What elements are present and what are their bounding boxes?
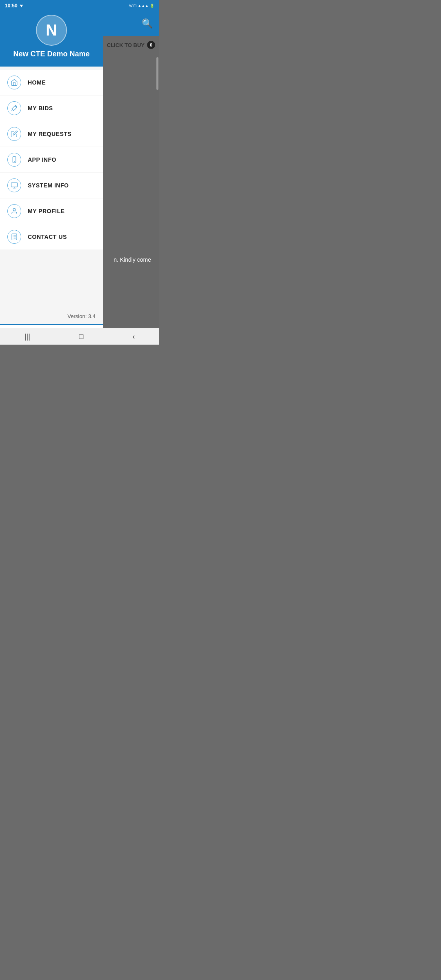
sidebar-item-home-label: HOME [28, 79, 46, 86]
battery-icon: 🔋 [150, 4, 154, 8]
search-icon[interactable]: 🔍 [142, 18, 153, 29]
app-info-icon-circle [7, 153, 21, 167]
bids-icon-circle [7, 101, 21, 115]
signal-icons: ▲▲▲ [138, 4, 149, 8]
nav-menu-button[interactable]: ||| [16, 330, 38, 343]
gavel-icon [11, 105, 18, 112]
sidebar-item-my-profile[interactable]: MY PROFILE [0, 198, 103, 224]
contact-icon-circle [7, 230, 21, 244]
sidebar-item-my-bids-label: MY BIDS [28, 105, 53, 111]
status-bar-right: WiFi ▲▲▲ 🔋 [129, 4, 154, 8]
home-icon-circle [7, 76, 21, 89]
time-display: 10:50 [5, 3, 18, 9]
drawer-nav: HOME MY BIDS MY REQUESTS [0, 67, 103, 308]
edit-icon [11, 130, 18, 138]
status-bar: 10:50 ♥ WiFi ▲▲▲ 🔋 [0, 0, 159, 11]
nav-back-button[interactable]: ‹ [124, 330, 143, 343]
heart-icon: ♥ [20, 3, 23, 9]
monitor-icon [11, 182, 18, 189]
cart-badge: 0 [147, 41, 155, 49]
version-row: Version: 3.4 [0, 308, 103, 324]
sidebar-item-my-profile-label: MY PROFILE [28, 208, 65, 214]
home-icon [11, 79, 18, 86]
phone-grid-icon [11, 233, 18, 241]
username-label: New CTE Demo Name [13, 50, 89, 58]
sidebar-item-contact-us[interactable]: CONTACT US [0, 224, 103, 249]
sidebar-item-contact-us-label: CONTACT US [28, 234, 67, 240]
bottom-nav-bar: ||| □ ‹ [0, 328, 159, 345]
sidebar-item-system-info[interactable]: SYSTEM INFO [0, 173, 103, 198]
profile-icon-circle [7, 204, 21, 218]
system-info-icon-circle [7, 178, 21, 192]
avatar: N [36, 15, 67, 46]
click-to-buy-button[interactable]: CLICK TO BUY 0 [107, 41, 155, 49]
nav-home-button[interactable]: □ [71, 330, 92, 343]
wifi-icon: WiFi [129, 4, 136, 8]
scrollbar[interactable] [156, 57, 158, 90]
sidebar-item-app-info-label: APP INFO [28, 156, 56, 163]
sidebar-item-my-requests-label: MY REQUESTS [28, 131, 71, 137]
sidebar-item-app-info[interactable]: APP INFO [0, 147, 103, 172]
sidebar-item-home[interactable]: HOME [0, 70, 103, 95]
mobile-icon [11, 156, 18, 163]
sidebar-item-system-info-label: SYSTEM INFO [28, 182, 69, 189]
background-text: n. Kindly come [114, 256, 151, 263]
svg-point-5 [13, 208, 16, 211]
sidebar-item-my-bids[interactable]: MY BIDS [0, 96, 103, 121]
status-bar-left: 10:50 ♥ [5, 3, 23, 9]
click-to-buy-label: CLICK TO BUY [107, 42, 145, 48]
svg-rect-2 [11, 183, 18, 187]
sidebar-item-my-requests[interactable]: MY REQUESTS [0, 121, 103, 147]
version-label: Version: 3.4 [67, 313, 96, 319]
user-icon [11, 207, 18, 215]
requests-icon-circle [7, 127, 21, 141]
navigation-drawer: N New CTE Demo Name HOME MY [0, 0, 103, 345]
